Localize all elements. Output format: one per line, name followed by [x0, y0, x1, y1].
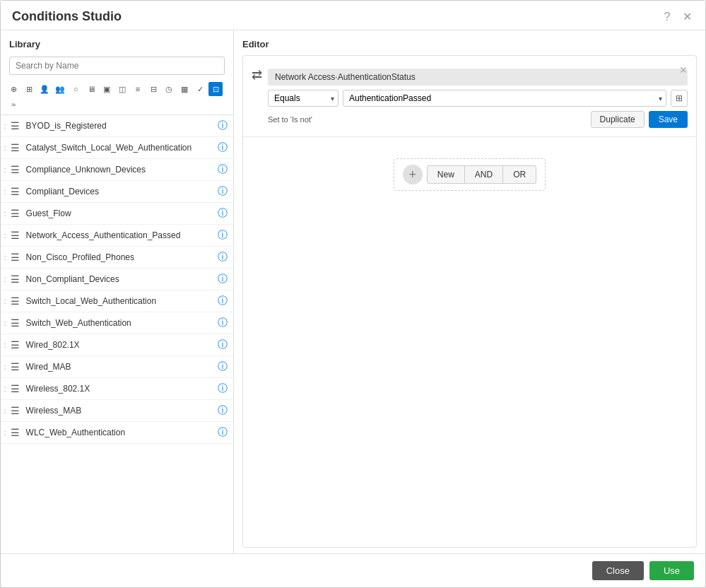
- tag-filter-icon[interactable]: ◫: [115, 82, 129, 96]
- drag-handle-icon: ::: [4, 341, 6, 349]
- list-item[interactable]: :: ☰ Wireless_MAB ⓘ: [1, 400, 233, 422]
- person-filter-icon[interactable]: 👤: [37, 82, 52, 96]
- save-button[interactable]: Save: [649, 111, 688, 128]
- grid-view-button[interactable]: ⊞: [671, 90, 688, 107]
- item-type-icon: ☰: [9, 163, 22, 176]
- library-title: Library: [1, 36, 233, 54]
- drag-handle-icon: ::: [4, 254, 6, 261]
- info-icon[interactable]: ⓘ: [218, 426, 228, 439]
- info-icon[interactable]: ⓘ: [218, 360, 228, 373]
- item-name-label: Network_Access_Authentication_Passed: [26, 230, 215, 240]
- dialog-title: Conditions Studio: [12, 9, 122, 24]
- list-item[interactable]: :: ☰ Wired_MAB ⓘ: [1, 356, 233, 378]
- item-type-icon: ☰: [9, 185, 22, 198]
- and-button[interactable]: AND: [465, 165, 503, 184]
- editor-panel: Editor ⇄ ✕ Network Access·Authentication…: [234, 30, 705, 553]
- editor-title: Editor: [242, 36, 697, 55]
- list-item[interactable]: :: ☰ Switch_Local_Web_Authentication ⓘ: [1, 290, 233, 312]
- drag-handle-icon: ::: [4, 298, 6, 305]
- info-icon[interactable]: ⓘ: [218, 317, 228, 329]
- list-item[interactable]: :: ☰ Switch_Web_Authentication ⓘ: [1, 312, 233, 334]
- date-filter-icon[interactable]: ▦: [177, 82, 192, 96]
- drag-handle-icon: ::: [4, 385, 6, 393]
- condition-action-buttons: Duplicate Save: [591, 111, 688, 128]
- item-name-label: Non_Compliant_Devices: [26, 274, 215, 284]
- info-icon[interactable]: ⓘ: [218, 141, 228, 154]
- drag-handle-icon: ::: [4, 144, 6, 152]
- grid-filter-icon[interactable]: ⊞: [22, 82, 36, 96]
- help-icon[interactable]: ?: [660, 10, 674, 24]
- item-name-label: Guest_Flow: [26, 208, 215, 218]
- info-icon[interactable]: ⓘ: [218, 229, 228, 242]
- list-item[interactable]: :: ☰ Compliant_Devices ⓘ: [1, 181, 233, 203]
- info-icon[interactable]: ⓘ: [218, 207, 228, 220]
- dialog-body: Library ⊕ ⊞ 👤 👥 ○ 🖥 ▣ ◫ ≡ ⊟ ◷ ▦ ✓ ⊡ ≈: [1, 30, 705, 553]
- search-input[interactable]: [9, 57, 225, 75]
- editor-content: ⇄ ✕ Network Access·AuthenticationStatus …: [242, 55, 697, 548]
- condition-controls-row: Equals Not Equals Contains Starts With A…: [268, 90, 688, 107]
- wifi-filter-icon[interactable]: ≈: [6, 98, 20, 112]
- list-item[interactable]: :: ☰ Wireless_802.1X ⓘ: [1, 378, 233, 400]
- list-item[interactable]: :: ☰ Non_Compliant_Devices ⓘ: [1, 269, 233, 290]
- item-name-label: Compliance_Unknown_Devices: [26, 165, 215, 175]
- or-button[interactable]: OR: [503, 165, 536, 184]
- footer-close-button[interactable]: Close: [592, 561, 644, 580]
- new-condition-box: + New AND OR: [394, 158, 546, 191]
- drag-handle-icon: ::: [4, 122, 6, 130]
- table-filter-icon[interactable]: ⊟: [146, 82, 160, 96]
- device-filter-icon[interactable]: ▣: [100, 82, 114, 96]
- computer-filter-icon[interactable]: ⊡: [208, 82, 223, 96]
- list-item[interactable]: :: ☰ Compliance_Unknown_Devices ⓘ: [1, 159, 233, 181]
- info-icon[interactable]: ⓘ: [218, 382, 228, 395]
- drag-handle-icon: ::: [4, 210, 6, 218]
- list-item[interactable]: :: ☰ BYOD_is_Registered ⓘ: [1, 115, 233, 137]
- item-name-label: Compliant_Devices: [26, 187, 215, 196]
- monitor-filter-icon[interactable]: 🖥: [84, 82, 98, 96]
- duplicate-button[interactable]: Duplicate: [591, 111, 645, 128]
- info-icon[interactable]: ⓘ: [218, 163, 228, 176]
- list-item[interactable]: :: ☰ WLC_Web_Authentication ⓘ: [1, 422, 233, 444]
- item-type-icon: ☰: [9, 141, 22, 154]
- list-filter-icon[interactable]: ≡: [131, 82, 145, 96]
- info-icon[interactable]: ⓘ: [218, 339, 228, 351]
- operator-select-wrapper: Equals Not Equals Contains Starts With: [268, 90, 339, 107]
- close-icon[interactable]: ✕: [680, 10, 694, 24]
- location-filter-icon[interactable]: ⊕: [6, 82, 20, 96]
- plus-circle-button[interactable]: +: [403, 165, 423, 184]
- value-select[interactable]: AuthenticationPassed AuthenticationFaile…: [343, 90, 666, 107]
- list-item[interactable]: :: ☰ Non_Cisco_Profiled_Phones ⓘ: [1, 247, 233, 269]
- search-container: [1, 54, 233, 79]
- globe-filter-icon[interactable]: ○: [69, 82, 83, 96]
- info-icon[interactable]: ⓘ: [218, 119, 228, 132]
- info-icon[interactable]: ⓘ: [218, 185, 228, 198]
- condition-form: ✕ Network Access·AuthenticationStatus Eq…: [268, 64, 688, 128]
- info-icon[interactable]: ⓘ: [218, 404, 228, 417]
- item-name-label: BYOD_is_Registered: [26, 121, 215, 131]
- item-name-label: Wired_802.1X: [26, 340, 215, 350]
- item-name-label: Catalyst_Switch_Local_Web_Authentication: [26, 143, 215, 153]
- operator-select[interactable]: Equals Not Equals Contains Starts With: [268, 90, 339, 107]
- item-type-icon: ☰: [9, 426, 22, 439]
- list-item[interactable]: :: ☰ Wired_802.1X ⓘ: [1, 334, 233, 356]
- remove-condition-icon[interactable]: ✕: [679, 64, 688, 76]
- value-select-wrapper: AuthenticationPassed AuthenticationFaile…: [343, 90, 666, 107]
- item-type-icon: ☰: [9, 251, 22, 264]
- footer-use-button[interactable]: Use: [649, 561, 694, 580]
- drag-handle-icon: ::: [4, 319, 6, 327]
- dialog-footer: Close Use: [1, 553, 705, 587]
- info-icon[interactable]: ⓘ: [218, 273, 228, 286]
- drag-handle-icon: ::: [4, 429, 6, 437]
- clock-filter-icon[interactable]: ◷: [162, 82, 176, 96]
- item-name-label: Switch_Web_Authentication: [26, 318, 215, 328]
- list-item[interactable]: :: ☰ Network_Access_Authentication_Passe…: [1, 225, 233, 247]
- list-item[interactable]: :: ☰ Catalyst_Switch_Local_Web_Authentic…: [1, 137, 233, 159]
- info-icon[interactable]: ⓘ: [218, 251, 228, 264]
- info-icon[interactable]: ⓘ: [218, 295, 228, 307]
- item-type-icon: ☰: [9, 382, 22, 395]
- users-filter-icon[interactable]: 👥: [53, 82, 67, 96]
- new-condition-button[interactable]: New: [427, 165, 465, 184]
- condition-arrow-icon: ⇄: [252, 67, 262, 83]
- list-item[interactable]: :: ☰ Guest_Flow ⓘ: [1, 203, 233, 225]
- condition-footer-row: Set to 'Is not' Duplicate Save: [268, 111, 688, 128]
- check-filter-icon[interactable]: ✓: [193, 82, 207, 96]
